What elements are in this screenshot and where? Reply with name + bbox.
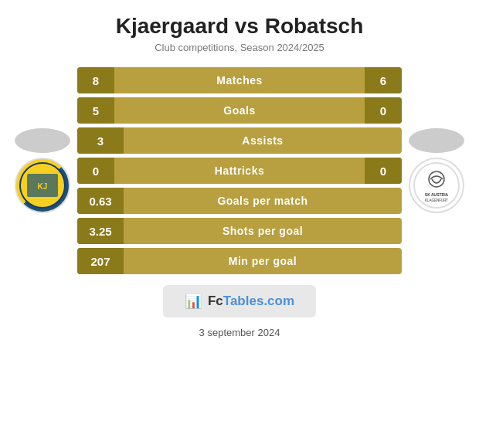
stat-right-value: 0 bbox=[365, 158, 402, 184]
right-logo-oval bbox=[409, 128, 464, 153]
stat-left-value: 5 bbox=[77, 97, 114, 124]
kjaergaard-badge-icon: KJ bbox=[19, 162, 66, 209]
svg-text:KLAGENFURT: KLAGENFURT bbox=[425, 199, 448, 202]
left-logo-circle: KJ bbox=[15, 158, 70, 213]
stat-row-assists: 3 Assists bbox=[77, 127, 402, 154]
fctables-label: FcTables.com bbox=[208, 294, 294, 309]
stat-row-goals: 5 Goals 0 bbox=[77, 97, 402, 124]
stat-right-value: 0 bbox=[365, 97, 402, 124]
stat-left-value: 207 bbox=[77, 248, 124, 274]
stat-left-value: 3 bbox=[77, 127, 124, 154]
svg-text:KJ: KJ bbox=[38, 182, 48, 191]
stat-label: Assists bbox=[124, 134, 402, 147]
fctables-chart-icon: 📊 bbox=[185, 293, 202, 310]
stat-label: Goals bbox=[114, 104, 365, 117]
left-logo-oval bbox=[15, 128, 70, 153]
stat-row-shots-per-goal: 3.25 Shots per goal bbox=[77, 218, 402, 244]
right-logo-circle: SK AUSTRIA KLAGENFURT bbox=[409, 158, 464, 213]
stat-label: Goals per match bbox=[124, 195, 402, 207]
page-title: Kjaergaard vs Robatsch bbox=[116, 14, 364, 39]
fctables-branding: 📊 FcTables.com bbox=[163, 285, 316, 317]
main-content-row: KJ 8 Matches 6 5 Goals 0 3 Assists 0 Hat… bbox=[8, 67, 471, 274]
right-team-logo: SK AUSTRIA KLAGENFURT bbox=[402, 128, 471, 213]
left-team-logo: KJ bbox=[8, 128, 77, 213]
stat-left-value: 3.25 bbox=[77, 218, 124, 244]
stat-label: Hattricks bbox=[114, 165, 365, 177]
stat-row-goals-per-match: 0.63 Goals per match bbox=[77, 188, 402, 214]
stat-label: Matches bbox=[114, 74, 365, 87]
stat-left-value: 8 bbox=[77, 67, 114, 93]
stat-row-hattricks: 0 Hattricks 0 bbox=[77, 158, 402, 184]
match-date: 3 september 2024 bbox=[199, 327, 280, 338]
page-subtitle: Club competitions, Season 2024/2025 bbox=[155, 42, 324, 53]
stat-left-value: 0.63 bbox=[77, 188, 124, 214]
stat-right-value: 6 bbox=[365, 67, 402, 93]
stat-label: Shots per goal bbox=[124, 225, 402, 237]
stat-label: Min per goal bbox=[124, 255, 402, 267]
stat-left-value: 0 bbox=[77, 158, 114, 184]
stat-row-min-per-goal: 207 Min per goal bbox=[77, 248, 402, 274]
svg-text:SK AUSTRIA: SK AUSTRIA bbox=[425, 192, 449, 197]
stats-column: 8 Matches 6 5 Goals 0 3 Assists 0 Hattri… bbox=[77, 67, 402, 274]
page-container: Kjaergaard vs Robatsch Club competitions… bbox=[0, 0, 479, 448]
stat-row-matches: 8 Matches 6 bbox=[77, 67, 402, 93]
austria-klagenfurt-badge-icon: SK AUSTRIA KLAGENFURT bbox=[413, 162, 460, 209]
